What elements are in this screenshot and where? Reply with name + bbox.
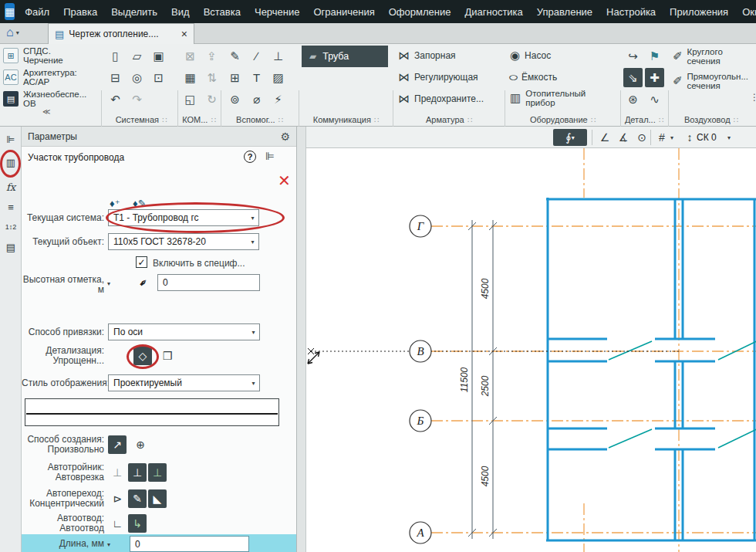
- insert-image-icon[interactable]: ◱: [181, 90, 200, 109]
- length-input[interactable]: 0: [130, 536, 249, 552]
- new-document-icon[interactable]: ▯: [106, 46, 125, 66]
- autotee-insert-button[interactable]: ⊥: [128, 463, 147, 482]
- close-tab-icon[interactable]: ×: [181, 28, 187, 40]
- app-logo-icon[interactable]: ▦: [5, 3, 15, 20]
- length-dropdown-icon[interactable]: ▾: [107, 541, 110, 548]
- duct-round-button[interactable]: ✐ Круглогосечения: [673, 47, 756, 66]
- layers-icon[interactable]: ≡: [2, 198, 19, 215]
- burst-icon[interactable]: ⊛: [623, 90, 643, 109]
- workspace-architecture[interactable]: AC Архитектура:АС/АР: [3, 67, 77, 87]
- ortho-grid-icon[interactable]: ⊞: [225, 68, 245, 87]
- angle-snap-icon[interactable]: ∠: [596, 129, 613, 146]
- drop-mark-icon[interactable]: ⇘: [623, 68, 643, 87]
- connection-icon[interactable]: ⚡: [268, 90, 288, 109]
- cancel-command-icon[interactable]: ✕: [278, 171, 291, 190]
- perpendicular-icon[interactable]: ⊥: [268, 46, 288, 66]
- menu-layout[interactable]: Оформление: [382, 6, 458, 18]
- home-button[interactable]: ⌂ ▾: [6, 25, 19, 39]
- menu-diagnostics[interactable]: Диагностика: [457, 6, 529, 18]
- group-grip[interactable]: ∷: [162, 116, 167, 124]
- print-icon[interactable]: ⊟: [106, 68, 125, 87]
- detail-3d-button[interactable]: ❒: [158, 347, 177, 365]
- wave-icon[interactable]: ∿: [645, 90, 664, 109]
- height-dropdown-icon[interactable]: ▾: [107, 280, 110, 287]
- panel-splitter[interactable]: [297, 127, 306, 552]
- move-mark-icon[interactable]: ✚: [645, 68, 664, 87]
- object-tree-icon[interactable]: ⊫: [2, 130, 19, 147]
- tank-button[interactable]: ○ Ёмкость: [510, 70, 557, 83]
- display-style-select[interactable]: Проектируемый ▾: [108, 374, 260, 391]
- document-tab[interactable]: ▤ Чертеж отопление.... ×: [48, 23, 194, 44]
- coordinate-system-icon[interactable]: ↕: [681, 129, 698, 146]
- autotee-off-button[interactable]: ⊥: [108, 463, 127, 482]
- chevron-down-icon[interactable]: ▾: [727, 134, 731, 141]
- preview-icon[interactable]: ◎: [127, 68, 147, 87]
- undo-icon[interactable]: ↶: [106, 90, 125, 109]
- swap-icon[interactable]: ⇅: [202, 68, 221, 87]
- diameter-icon[interactable]: ⌀: [247, 90, 266, 109]
- move-up-icon[interactable]: ⇪: [202, 46, 221, 66]
- group-grip[interactable]: ∷: [211, 116, 215, 124]
- valve-shutoff-button[interactable]: ⋈ Запорная: [398, 49, 456, 63]
- add-system-icon[interactable]: ♦⁺: [110, 198, 120, 209]
- include-in-spec-checkbox[interactable]: ✓: [136, 256, 147, 268]
- redo-icon[interactable]: ↷: [127, 90, 147, 109]
- menu-settings[interactable]: Настройка: [599, 6, 663, 18]
- radiator-button[interactable]: ▥ Отопительный прибор: [510, 89, 596, 107]
- table-icon[interactable]: ▦: [181, 68, 200, 87]
- autobend-off-button[interactable]: ∟: [108, 514, 127, 533]
- menu-edit[interactable]: Правка: [56, 6, 104, 18]
- help-icon[interactable]: ?: [244, 151, 256, 163]
- valve-regulating-button[interactable]: ⋈ Регулирующая: [398, 70, 478, 84]
- detail-simplified-button[interactable]: ◇: [133, 347, 152, 365]
- autotee-tee-button[interactable]: ⊥: [148, 463, 167, 482]
- group-grip[interactable]: ∷: [467, 116, 472, 124]
- pipe-tool-button[interactable]: ▰ Труба: [302, 46, 388, 67]
- text-tool-icon[interactable]: T: [247, 68, 266, 87]
- list-panel-icon[interactable]: ▤: [2, 239, 19, 256]
- menu-file[interactable]: Файл: [18, 6, 56, 18]
- open-document-icon[interactable]: ▱: [127, 46, 147, 66]
- bend-arrow-icon[interactable]: ↪: [623, 46, 643, 66]
- autotransition-concentric-button[interactable]: ◣: [148, 489, 167, 508]
- sort-order-icon[interactable]: 1↕2: [2, 218, 19, 235]
- save-icon[interactable]: ▣: [149, 46, 168, 66]
- edit-system-icon[interactable]: ♦✎: [133, 198, 147, 209]
- ribbon-overflow-icon[interactable]: ⋮: [750, 92, 756, 103]
- pin-icon[interactable]: ✒: [136, 275, 151, 290]
- height-input[interactable]: 0: [157, 274, 260, 291]
- coordinate-system-label[interactable]: СК 0: [697, 132, 717, 143]
- pump-button[interactable]: ◉ Насос: [510, 49, 551, 63]
- drawing-canvas[interactable]: 4500 2500 4500 11500: [306, 148, 756, 552]
- clipboard-icon[interactable]: ⊠: [181, 46, 200, 66]
- current-system-select[interactable]: Т1 - Трубопровод гс ▾: [108, 209, 259, 226]
- group-grip[interactable]: ∷: [374, 116, 379, 124]
- group-grip[interactable]: ∷: [591, 116, 596, 124]
- snap-mode-button[interactable]: ∮ ▾: [553, 129, 587, 146]
- menu-window[interactable]: Окн: [735, 6, 756, 18]
- line-icon[interactable]: ∕: [247, 46, 266, 66]
- current-object-select[interactable]: 110х5 ГОСТ 32678-20 ▾: [108, 233, 259, 250]
- flag-icon[interactable]: ⚑: [645, 46, 664, 66]
- chevron-down-icon[interactable]: ▾: [670, 134, 673, 141]
- menu-view[interactable]: Вид: [164, 6, 197, 18]
- valve-safety-button[interactable]: ⋈ Предохраните...: [398, 92, 484, 106]
- tangent-snap-icon[interactable]: ⊙: [633, 129, 650, 146]
- menu-draw[interactable]: Черчение: [248, 6, 307, 18]
- rings-icon[interactable]: ⊚: [225, 90, 245, 109]
- menu-management[interactable]: Управление: [530, 6, 599, 18]
- parameters-toggle-icon[interactable]: ▥: [2, 154, 19, 171]
- autobend-on-button[interactable]: ↳: [128, 514, 147, 533]
- snap-method-select[interactable]: По оси ▾: [108, 323, 260, 340]
- group-grip[interactable]: ∷: [659, 116, 663, 124]
- menu-applications[interactable]: Приложения: [663, 6, 735, 18]
- refresh-icon[interactable]: ↻: [202, 90, 221, 109]
- duct-rect-button[interactable]: ✐ Прямоугольн...сечения: [673, 72, 756, 90]
- autotransition-edit-button[interactable]: ✎: [128, 489, 147, 508]
- export-icon[interactable]: ⊡: [149, 68, 168, 87]
- brush-icon[interactable]: ✎: [225, 46, 245, 66]
- grid-toggle-icon[interactable]: #: [653, 129, 670, 146]
- menu-constraints[interactable]: Ограничения: [306, 6, 381, 18]
- collapse-workspaces-icon[interactable]: ≪: [42, 107, 50, 116]
- menu-insert[interactable]: Вставка: [197, 6, 248, 18]
